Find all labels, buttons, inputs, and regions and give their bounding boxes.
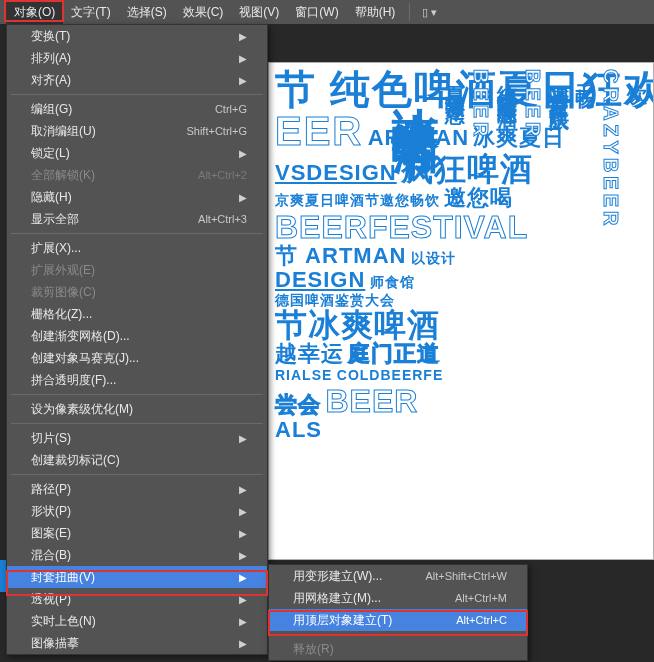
submenu-item[interactable]: 用顶层对象建立(T)Alt+Ctrl+C bbox=[269, 609, 527, 631]
menu-item[interactable]: 创建裁切标记(C) bbox=[7, 449, 267, 471]
menu-separator bbox=[11, 423, 263, 424]
menu-help[interactable]: 帮助(H) bbox=[347, 0, 404, 24]
menu-item[interactable]: 锁定(L)▶ bbox=[7, 142, 267, 164]
art-text-vertical: BEER bbox=[523, 69, 543, 553]
menu-separator bbox=[11, 94, 263, 95]
menu-item-label: 隐藏(H) bbox=[31, 189, 231, 206]
menu-item-label: 变换(T) bbox=[31, 28, 231, 45]
menu-item[interactable]: 对齐(A)▶ bbox=[7, 69, 267, 91]
menu-separator bbox=[11, 233, 263, 234]
menu-view[interactable]: 视图(V) bbox=[231, 0, 287, 24]
chevron-right-icon: ▶ bbox=[239, 594, 247, 605]
canvas-content: 节 纯色啤酒夏日狂欢 EER ARTMAN 冰爽夏日 VSDESIGN 疯狂啤酒… bbox=[269, 63, 653, 559]
menu-separator bbox=[11, 394, 263, 395]
art-text-vertical: CRAZYBEER bbox=[601, 69, 621, 553]
chevron-right-icon: ▶ bbox=[239, 53, 247, 64]
menu-item[interactable]: 创建渐变网格(D)... bbox=[7, 325, 267, 347]
menu-item-label: 编组(G) bbox=[31, 101, 215, 118]
menu-item[interactable]: 混合(B)▶ bbox=[7, 544, 267, 566]
submenu-item-shortcut: Alt+Ctrl+C bbox=[456, 614, 507, 626]
submenu-item[interactable]: 用变形建立(W)...Alt+Shift+Ctrl+W bbox=[269, 565, 527, 587]
menu-item[interactable]: 取消编组(U)Shift+Ctrl+G bbox=[7, 120, 267, 142]
art-text-vertical: 啤酒节夏日狂欢限 bbox=[549, 69, 569, 553]
art-text: 尝会 bbox=[275, 392, 321, 417]
menu-item[interactable]: 实时上色(N)▶ bbox=[7, 610, 267, 632]
workspace-switcher-icon[interactable]: ▯ ▾ bbox=[416, 6, 443, 19]
menu-object[interactable]: 对象(O) bbox=[6, 0, 63, 24]
menu-item-shortcut: Alt+Ctrl+2 bbox=[198, 169, 247, 181]
art-text: EER bbox=[275, 109, 363, 153]
menu-window[interactable]: 窗口(W) bbox=[287, 0, 346, 24]
menu-item-label: 透视(P) bbox=[31, 591, 231, 608]
menu-item-label: 封套扭曲(V) bbox=[31, 569, 231, 586]
submenu-item-label: 用变形建立(W)... bbox=[293, 568, 425, 585]
menu-item-label: 对齐(A) bbox=[31, 72, 231, 89]
chevron-right-icon: ▶ bbox=[239, 616, 247, 627]
envelope-distort-submenu: 用变形建立(W)...Alt+Shift+Ctrl+W用网格建立(M)...Al… bbox=[268, 564, 528, 661]
menu-item[interactable]: 变换(T)▶ bbox=[7, 25, 267, 47]
menu-item[interactable]: 隐藏(H)▶ bbox=[7, 186, 267, 208]
menu-item[interactable]: 创建对象马赛克(J)... bbox=[7, 347, 267, 369]
menu-item-label: 取消编组(U) bbox=[31, 123, 186, 140]
menu-item-label: 栅格化(Z)... bbox=[31, 306, 247, 323]
submenu-item-label: 用顶层对象建立(T) bbox=[293, 612, 456, 629]
chevron-right-icon: ▶ bbox=[239, 506, 247, 517]
art-text-vertical: 纯生啤酒黑啤酒 bbox=[497, 69, 517, 553]
chevron-right-icon: ▶ bbox=[239, 75, 247, 86]
menu-effect[interactable]: 效果(C) bbox=[175, 0, 232, 24]
chevron-right-icon: ▶ bbox=[239, 31, 247, 42]
menu-item[interactable]: 扩展(X)... bbox=[7, 237, 267, 259]
art-text-vertical: BEER bbox=[471, 69, 491, 553]
menu-item-label: 扩展(X)... bbox=[31, 240, 247, 257]
menu-item-label: 裁剪图像(C) bbox=[31, 284, 247, 301]
menu-item-label: 图像描摹 bbox=[31, 635, 231, 652]
chevron-right-icon: ▶ bbox=[239, 192, 247, 203]
menu-item-label: 设为像素级优化(M) bbox=[31, 401, 247, 418]
art-text: DESIGN bbox=[275, 267, 365, 292]
menu-item-shortcut: Ctrl+G bbox=[215, 103, 247, 115]
chevron-right-icon: ▶ bbox=[239, 638, 247, 649]
canvas-artboard[interactable]: 节 纯色啤酒夏日狂欢 EER ARTMAN 冰爽夏日 VSDESIGN 疯狂啤酒… bbox=[268, 62, 654, 560]
chevron-right-icon: ▶ bbox=[239, 550, 247, 561]
menu-item[interactable]: 设为像素级优化(M) bbox=[7, 398, 267, 420]
menu-item[interactable]: 封套扭曲(V)▶ bbox=[7, 566, 267, 588]
chevron-right-icon: ▶ bbox=[239, 528, 247, 539]
menu-item[interactable]: 图案(E)▶ bbox=[7, 522, 267, 544]
menu-item-label: 拼合透明度(F)... bbox=[31, 372, 247, 389]
menu-item-label: 实时上色(N) bbox=[31, 613, 231, 630]
menu-item[interactable]: 显示全部Alt+Ctrl+3 bbox=[7, 208, 267, 230]
menu-item: 全部解锁(K)Alt+Ctrl+2 bbox=[7, 164, 267, 186]
menu-separator bbox=[273, 634, 523, 635]
menu-item-label: 扩展外观(E) bbox=[31, 262, 247, 279]
menu-item-label: 图案(E) bbox=[31, 525, 231, 542]
art-text: RIALSE bbox=[275, 367, 332, 383]
submenu-item-shortcut: Alt+Shift+Ctrl+W bbox=[425, 570, 507, 582]
menu-item-label: 创建渐变网格(D)... bbox=[31, 328, 247, 345]
object-menu-dropdown: 变换(T)▶排列(A)▶对齐(A)▶编组(G)Ctrl+G取消编组(U)Shif… bbox=[6, 24, 268, 655]
menu-item: 扩展外观(E) bbox=[7, 259, 267, 281]
menu-item: 裁剪图像(C) bbox=[7, 281, 267, 303]
chevron-right-icon: ▶ bbox=[239, 148, 247, 159]
menu-item[interactable]: 图像描摹▶ bbox=[7, 632, 267, 654]
menu-select[interactable]: 选择(S) bbox=[119, 0, 175, 24]
menu-text[interactable]: 文字(T) bbox=[63, 0, 118, 24]
submenu-item[interactable]: 用网格建立(M)...Alt+Ctrl+M bbox=[269, 587, 527, 609]
menu-item[interactable]: 编组(G)Ctrl+G bbox=[7, 98, 267, 120]
menu-item[interactable]: 透视(P)▶ bbox=[7, 588, 267, 610]
menu-item[interactable]: 排列(A)▶ bbox=[7, 47, 267, 69]
menu-item[interactable]: 栅格化(Z)... bbox=[7, 303, 267, 325]
chevron-right-icon: ▶ bbox=[239, 484, 247, 495]
chevron-right-icon: ▶ bbox=[239, 433, 247, 444]
art-text: 越幸运 bbox=[275, 341, 344, 366]
art-text: VSDESIGN bbox=[275, 160, 397, 185]
chevron-right-icon: ▶ bbox=[239, 572, 247, 583]
menu-item-label: 全部解锁(K) bbox=[31, 167, 198, 184]
menu-item[interactable]: 形状(P)▶ bbox=[7, 500, 267, 522]
menu-item-label: 路径(P) bbox=[31, 481, 231, 498]
menubar: 对象(O) 文字(T) 选择(S) 效果(C) 视图(V) 窗口(W) 帮助(H… bbox=[0, 0, 654, 24]
menu-item-label: 显示全部 bbox=[31, 211, 198, 228]
art-text-vertical: 冰爽啤酒节 bbox=[391, 69, 439, 553]
menu-item[interactable]: 拼合透明度(F)... bbox=[7, 369, 267, 391]
menu-item[interactable]: 路径(P)▶ bbox=[7, 478, 267, 500]
menu-item[interactable]: 切片(S)▶ bbox=[7, 427, 267, 449]
